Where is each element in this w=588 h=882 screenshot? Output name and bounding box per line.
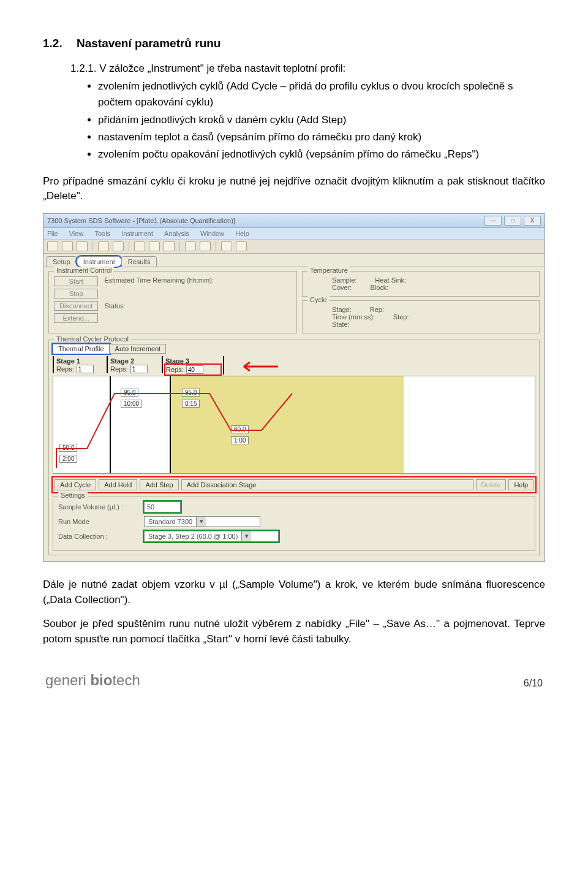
cover-label: Cover: [332,284,352,291]
menu-analysis[interactable]: Analysis [164,230,189,237]
preview-icon[interactable] [113,241,124,251]
bullet-item: zvolením počtu opakování jednotlivých cy… [98,146,545,162]
run-mode-label: Run Mode [58,518,138,525]
intro-line: 1.2.1. V záložce „Instrument" je třeba n… [70,63,545,75]
add-hold-button[interactable]: Add Hold [99,479,137,490]
add-dissociation-button[interactable]: Add Dissociation Stage [181,479,473,490]
block-label: Block: [370,284,388,291]
stage-2-label: Stage 2 [110,357,159,365]
menu-tools[interactable]: Tools [94,230,110,237]
heading-number: 1.2. [43,37,62,50]
analyze-icon[interactable] [200,241,211,251]
menu-window[interactable]: Window [200,230,224,237]
state-label: State: [332,321,350,328]
heatsink-label: Heat Sink: [375,276,406,284]
page-number: 6/10 [524,678,543,689]
bullet-item: přidáním jednotlivých kroků v daném cykl… [98,112,545,128]
bullet-item: nastavením teplot a časů (vepsáním přímo… [98,129,545,145]
bullet-item: zvolením jednotlivých cyklů (Add Cycle –… [98,78,545,111]
ab-icon[interactable] [221,241,232,251]
maximize-button[interactable]: □ [504,216,521,226]
help-icon[interactable] [236,241,247,251]
stages-header: Stage 1 Reps: Stage 2 Reps: Stage 3 Reps… [53,356,535,374]
toolbar [43,240,545,254]
window-title: 7300 System SDS Software - [Plate1 (Abso… [47,217,235,224]
tab-setup[interactable]: Setup [46,256,77,267]
menu-bar: File View Tools Instrument Analysis Wind… [43,228,545,240]
chevron-down-icon: ▾ [241,531,251,541]
delete-button[interactable]: Delete [476,479,507,490]
etr-label: Estimated Time Remaining (hh:mm): [104,276,292,284]
data-collection-value: Stage 3, Step 2 (60.0 @ 1:00) [145,533,241,540]
print-icon[interactable] [98,241,109,251]
grid-icon[interactable] [164,241,175,251]
legend: Thermal Cycler Protocol [54,335,131,343]
bullet-list: zvolením jednotlivých cyklů (Add Cycle –… [98,78,545,163]
stage-1-label: Stage 1 [56,357,104,365]
brand-logo: generi biotech [45,672,140,689]
stage-label: Stage: [332,306,352,313]
add-cycle-button[interactable]: Add Cycle [55,479,96,490]
extend-button[interactable]: Extend... [54,313,98,323]
new-icon[interactable] [47,241,58,251]
instrument-control-fieldset: Instrument Control Start Stop Disconnect… [48,271,297,333]
zoom-icon[interactable] [134,241,145,251]
step-label: Step: [393,313,409,321]
legend: Cycle [307,296,330,303]
thermal-cycler-protocol: Thermal Cycler Protocol Thermal Profile … [48,340,540,555]
window-titlebar: 7300 System SDS Software - [Plate1 (Abso… [43,214,545,228]
open-icon[interactable] [62,241,73,251]
screenshot: 7300 System SDS Software - [Plate1 (Abso… [43,213,545,562]
stop-button[interactable]: Stop [54,289,98,298]
legend: Instrument Control [54,267,114,274]
protocol-buttons-row: Add Cycle Add Hold Add Step Add Dissocia… [53,477,535,492]
menu-view[interactable]: View [69,230,84,237]
cycle-fieldset: Cycle Stage: Rep: Time (mm:ss): Step: St… [302,300,540,333]
main-tabs: Setup Instrument Results [43,254,545,267]
minimize-button[interactable]: — [484,216,502,226]
menu-help[interactable]: Help [235,230,249,237]
play-icon[interactable] [185,241,196,251]
status-label: Status: [104,302,292,310]
run-mode-value: Standard 7300 [145,518,196,525]
thermal-profile-plot[interactable]: 50.0 2:00 95.0 10:00 95.0 0:15 60.0 1:00 [53,376,535,474]
chevron-down-icon: ▾ [196,517,206,527]
data-collection-select[interactable]: Stage 3, Step 2 (60.0 @ 1:00) ▾ [144,531,279,542]
tab-thermal-profile[interactable]: Thermal Profile [53,344,110,354]
annotation-arrow-icon [236,360,279,376]
paragraph: Soubor je před spuštěním runu nutné ulož… [43,617,545,647]
close-button[interactable]: X [524,216,541,226]
paragraph: Dále je nutné zadat objem vzorku v µl („… [43,577,545,607]
tab-auto-increment[interactable]: Auto Increment [110,344,167,354]
data-collection-label: Data Collection : [58,533,138,540]
menu-instrument[interactable]: Instrument [121,230,153,237]
tab-instrument[interactable]: Instrument [77,256,122,267]
sample-volume-input[interactable]: 50 [144,501,181,512]
section-heading: 1.2. Nastavení parametrů runu [43,37,545,50]
rep-label: Rep: [370,306,384,313]
tab-results[interactable]: Results [121,256,157,267]
stage-3-label: Stage 3 [165,357,221,365]
application-window: 7300 System SDS Software - [Plate1 (Abso… [43,213,545,562]
edit-icon[interactable] [149,241,160,251]
start-button[interactable]: Start [54,276,98,286]
settings-fieldset: Settings Sample Volume (µL) : 50 Run Mod… [53,496,535,551]
stage-1-reps[interactable] [77,365,94,373]
sample-label: Sample: [332,276,356,284]
legend: Settings [58,492,88,499]
heading-text: Nastavení parametrů runu [77,37,221,50]
menu-file[interactable]: File [47,230,58,237]
stage-2-reps[interactable] [130,365,148,373]
stage-3-reps[interactable] [186,365,203,374]
disconnect-button[interactable]: Disconnect [54,301,98,311]
sample-volume-label: Sample Volume (µL) : [58,503,138,511]
paragraph: Pro případné smazání cyklu či kroku je n… [43,174,545,204]
time-label: Time (mm:ss): [332,313,375,321]
temperature-fieldset: Temperature Sample: Heat Sink: Cover: Bl… [302,271,540,297]
run-mode-select[interactable]: Standard 7300 ▾ [144,516,260,527]
add-step-button[interactable]: Add Step [140,479,178,490]
legend: Temperature [307,267,350,274]
help-button[interactable]: Help [508,479,533,490]
save-icon[interactable] [77,241,88,251]
